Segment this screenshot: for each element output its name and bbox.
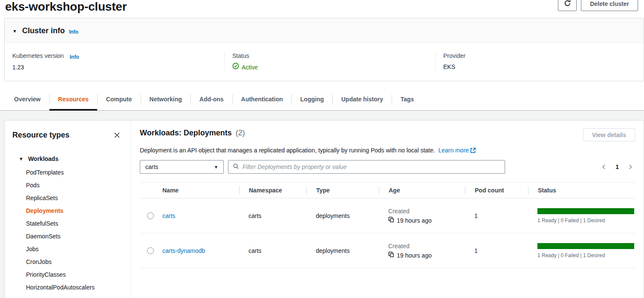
page-title: eks-workshop-cluster	[5, 0, 127, 14]
sidebar-item-horizontalpodautoscalers[interactable]: HorizontalPodAutoscalers	[5, 281, 131, 294]
learn-more-link[interactable]: Learn more	[439, 147, 469, 154]
filter-search[interactable]	[228, 160, 505, 174]
sidebar-item-deployments[interactable]: Deployments	[5, 204, 131, 217]
provider-value: EKS	[443, 63, 635, 71]
column-header-status: Status	[528, 186, 635, 195]
resource-tree: ▼ Workloads PodTemplates Pods ReplicaSet…	[5, 152, 131, 294]
tab-update-history[interactable]: Update history	[333, 89, 392, 110]
check-circle-icon	[232, 63, 239, 72]
status-progress-bar	[537, 208, 634, 214]
cluster-info-info-link[interactable]: Info	[69, 29, 78, 35]
tree-caret-icon: ▼	[19, 156, 23, 161]
kubernetes-version-label: Kubernetes version	[12, 52, 64, 59]
age-value-text: 19 hours ago	[397, 217, 432, 224]
status-progress-bar	[537, 243, 634, 249]
page-header: eks-workshop-cluster Delete cluster	[0, 0, 644, 18]
panel-count: (2)	[236, 129, 245, 137]
kubernetes-version-info-link[interactable]: Info	[70, 54, 79, 60]
cluster-tabs: Overview Resources Compute Networking Ad…	[0, 89, 644, 111]
tab-tags[interactable]: Tags	[392, 89, 423, 110]
sidebar-item-statefulsets[interactable]: StatefulSets	[5, 217, 131, 230]
provider-label: Provider	[443, 52, 635, 60]
eks-console-screen: eks-workshop-cluster Delete cluster ▼ Cl…	[0, 0, 644, 298]
sidebar-item-daemonsets[interactable]: DaemonSets	[5, 230, 131, 243]
sidebar-item-replicasets[interactable]: ReplicaSets	[5, 192, 131, 204]
sidebar-item-jobs[interactable]: Jobs	[5, 243, 131, 255]
status-value: Active	[232, 63, 427, 72]
column-header-name: Name	[154, 186, 239, 195]
panel-description: Deployment is an API object that manages…	[140, 147, 435, 154]
row-radio-button[interactable]	[147, 247, 154, 254]
copy-icon[interactable]	[388, 217, 394, 224]
refresh-icon	[564, 0, 571, 8]
tab-authentication[interactable]: Authentication	[233, 89, 292, 110]
cell-namespace: carts	[239, 247, 306, 254]
pagination: 1	[600, 163, 635, 171]
sidebar-item-priorityclasses[interactable]: PriorityClasses	[5, 268, 131, 281]
deployments-table: Name Namespace Type Age Pod count Status…	[140, 182, 635, 268]
sidebar-item-pods[interactable]: Pods	[5, 179, 131, 192]
current-page[interactable]: 1	[615, 163, 619, 170]
field-provider: Provider EKS	[435, 52, 644, 72]
tab-networking[interactable]: Networking	[141, 89, 191, 110]
table-header-row: Name Namespace Type Age Pod count Status	[140, 182, 635, 198]
search-input[interactable]	[243, 163, 500, 170]
tab-add-ons[interactable]: Add-ons	[191, 89, 232, 110]
content-background: Resource types ▼ Workloads	[0, 111, 644, 298]
tab-overview[interactable]: Overview	[6, 89, 49, 110]
select-caret-icon: ▼	[214, 165, 218, 169]
close-icon	[113, 134, 121, 140]
external-link-icon	[470, 148, 476, 155]
field-status: Status Active	[224, 52, 435, 72]
sidebar-title: Resource types	[12, 131, 69, 140]
tab-logging[interactable]: Logging	[292, 89, 332, 110]
tab-resources[interactable]: Resources	[49, 89, 97, 110]
collapse-caret-icon: ▼	[12, 29, 17, 34]
cluster-info-title: Cluster info	[22, 26, 65, 35]
copy-icon[interactable]	[388, 252, 394, 259]
deployments-panel: Workloads: Deployments (2) View details …	[131, 120, 644, 298]
panel-title: Workloads: Deployments	[140, 129, 232, 137]
header-actions: Delete cluster	[558, 0, 638, 11]
cell-age: Created 19 hours ago	[379, 242, 465, 259]
status-label: Status	[232, 52, 427, 60]
sidebar-item-podtemplates[interactable]: PodTemplates	[5, 166, 131, 179]
column-header-pod-count: Pod count	[465, 186, 528, 195]
refresh-button[interactable]	[558, 0, 577, 11]
deployment-name-link[interactable]: carts	[162, 212, 175, 219]
cell-status: 1 Ready | 0 Failed | 1 Desired	[528, 208, 644, 224]
sidebar-close-button[interactable]	[113, 131, 121, 140]
status-summary-text: 1 Ready | 0 Failed | 1 Desired	[537, 252, 634, 258]
tab-compute[interactable]: Compute	[98, 89, 141, 110]
previous-page-button[interactable]	[600, 163, 608, 171]
column-header-age: Age	[379, 186, 465, 195]
status-summary-text: 1 Ready | 0 Failed | 1 Desired	[537, 218, 634, 224]
delete-cluster-button[interactable]: Delete cluster	[581, 0, 638, 11]
resources-card: Resource types ▼ Workloads	[4, 120, 644, 298]
age-value-text: 19 hours ago	[397, 252, 432, 259]
tree-group-workloads[interactable]: ▼ Workloads	[5, 152, 131, 165]
chevron-right-icon	[627, 165, 633, 171]
kubernetes-version-value: 1.23	[12, 63, 216, 72]
tree-group-label: Workloads	[28, 155, 58, 162]
next-page-button[interactable]	[627, 163, 634, 171]
cell-type: deployments	[306, 212, 379, 219]
cluster-info-header[interactable]: ▼ Cluster info Info	[5, 18, 644, 43]
search-icon	[233, 163, 239, 171]
cell-age: Created 19 hours ago	[379, 207, 465, 224]
chevron-left-icon	[601, 165, 607, 171]
row-radio-button[interactable]	[147, 212, 154, 219]
cell-status: 1 Ready | 0 Failed | 1 Desired	[528, 243, 644, 258]
field-kubernetes-version: Kubernetes version Info 1.23	[12, 52, 224, 72]
view-details-button[interactable]: View details	[583, 128, 635, 141]
sidebar-item-cronjobs[interactable]: CronJobs	[5, 255, 131, 268]
cell-namespace: carts	[239, 212, 306, 219]
age-created-label: Created	[388, 207, 465, 215]
table-row: carts-dynamodb carts deployments Created	[140, 233, 635, 268]
resource-type-select[interactable]: carts ▼	[140, 160, 224, 174]
selection-column-header	[140, 186, 154, 195]
deployment-name-link[interactable]: carts-dynamodb	[162, 247, 205, 254]
cluster-info-panel: ▼ Cluster info Info Kubernetes version I…	[4, 18, 644, 81]
cluster-info-body: Kubernetes version Info 1.23 Status Acti…	[5, 43, 644, 81]
resource-types-sidebar: Resource types ▼ Workloads	[5, 120, 131, 298]
